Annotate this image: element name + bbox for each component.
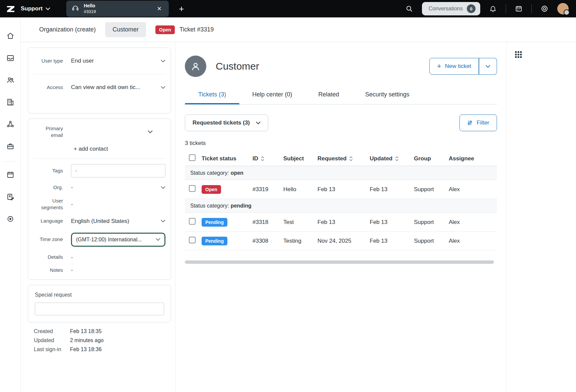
breadcrumb-ticket[interactable]: Open Ticket #3319 bbox=[155, 25, 214, 34]
contact-info-card: Primary email + add contact Tags - Org. … bbox=[28, 119, 171, 280]
home-icon[interactable] bbox=[3, 28, 18, 44]
user-type-select[interactable]: End user bbox=[71, 58, 165, 64]
ticket-tab-text: Hello #3319 bbox=[84, 3, 96, 14]
user-type-label: User type bbox=[33, 58, 71, 64]
updated-value: 2 minutes ago bbox=[70, 337, 104, 343]
reporting-icon[interactable] bbox=[3, 116, 18, 132]
notes-label: Notes bbox=[33, 267, 71, 273]
filter-icon bbox=[467, 120, 473, 126]
cell-subject: Testing bbox=[283, 238, 317, 244]
row-checkbox[interactable] bbox=[189, 218, 196, 225]
cell-updated: Feb 13 bbox=[370, 219, 414, 226]
filter-button[interactable]: Filter bbox=[459, 114, 497, 131]
access-select[interactable]: Can view and edit own tic... bbox=[71, 84, 165, 91]
notifications-bell-icon[interactable] bbox=[487, 3, 499, 15]
horizontal-scrollbar[interactable] bbox=[185, 260, 494, 264]
product-switcher[interactable]: Support bbox=[21, 5, 50, 12]
ticket-status-badge: Open bbox=[155, 25, 175, 34]
org-value: - bbox=[71, 184, 73, 191]
user-avatar[interactable] bbox=[557, 3, 569, 14]
ticket-tab-title: Hello bbox=[84, 3, 96, 9]
headset-icon bbox=[72, 4, 79, 13]
cell-group: Support bbox=[414, 238, 449, 244]
tab-help-center[interactable]: Help center (0) bbox=[252, 91, 292, 104]
search-icon[interactable] bbox=[403, 3, 415, 15]
customer-header: Customer + New ticket bbox=[185, 56, 497, 77]
breadcrumb-customer[interactable]: Customer bbox=[105, 22, 146, 37]
tags-row: Tags - bbox=[28, 162, 171, 179]
left-nav-rail bbox=[0, 17, 21, 392]
cell-id: #3308 bbox=[253, 238, 283, 244]
timezone-label: Time zone bbox=[33, 236, 71, 243]
new-ticket-split-button: + New ticket bbox=[429, 58, 497, 75]
admin-icon[interactable] bbox=[3, 139, 18, 154]
language-select[interactable]: English (United States) bbox=[71, 218, 165, 225]
timezone-select[interactable]: (GMT-12:00) International... bbox=[71, 233, 165, 247]
calendar-icon[interactable] bbox=[513, 3, 525, 15]
special-request-input[interactable] bbox=[35, 303, 164, 315]
chevron-down-icon bbox=[256, 122, 261, 125]
row-checkbox[interactable] bbox=[189, 237, 196, 243]
tab-related[interactable]: Related bbox=[318, 91, 339, 104]
document-pen-icon[interactable] bbox=[3, 189, 18, 205]
customer-avatar bbox=[185, 56, 206, 77]
cell-id: #3319 bbox=[253, 186, 283, 193]
chevron-down-icon bbox=[161, 86, 165, 89]
top-bar: Support Hello #3319 × + Conversations 0 bbox=[0, 0, 576, 17]
cell-updated: Feb 13 bbox=[370, 238, 414, 244]
timezone-row: Time zone (GMT-12:00) International... bbox=[28, 229, 171, 250]
row-checkbox[interactable] bbox=[189, 185, 196, 192]
schedule-calendar-icon[interactable] bbox=[3, 167, 18, 182]
customers-icon[interactable] bbox=[3, 72, 18, 88]
zendesk-support-window: Support Hello #3319 × + Conversations 0 bbox=[0, 0, 576, 392]
products-ring-icon[interactable] bbox=[538, 3, 551, 15]
org-row: Org. - bbox=[28, 179, 171, 195]
language-value: English (United States) bbox=[71, 218, 129, 225]
sort-icon bbox=[349, 156, 353, 161]
conversations-button[interactable]: Conversations 0 bbox=[422, 2, 480, 15]
topbar-divider bbox=[531, 4, 532, 13]
status-badge: Pending bbox=[202, 218, 227, 227]
user-segments-row: User segments - bbox=[28, 195, 171, 213]
apps-grid-icon[interactable] bbox=[515, 51, 522, 60]
new-ticket-caret-button[interactable] bbox=[479, 58, 497, 75]
status-group-category: pending bbox=[231, 203, 251, 209]
ticket-row[interactable]: Pending #3308 Testing Nov 24, 2025 Feb 1… bbox=[185, 232, 497, 250]
col-header-group: Group bbox=[414, 155, 449, 162]
add-tab-icon[interactable]: + bbox=[175, 4, 187, 14]
new-ticket-button[interactable]: + New ticket bbox=[429, 58, 479, 75]
tab-security-settings[interactable]: Security settings bbox=[365, 91, 409, 104]
select-all-checkbox[interactable] bbox=[189, 154, 196, 161]
breadcrumb-organization[interactable]: Organization (create) bbox=[39, 26, 96, 33]
status-group-prefix: Status category: bbox=[190, 203, 229, 209]
tags-value: - bbox=[75, 168, 77, 174]
col-header-id[interactable]: ID bbox=[253, 155, 283, 162]
organizations-icon[interactable] bbox=[3, 94, 18, 110]
ticket-row[interactable]: Open #3319 Hello Feb 13 Feb 13 Support A… bbox=[185, 180, 497, 199]
views-icon[interactable] bbox=[3, 50, 18, 66]
col-header-updated[interactable]: Updated bbox=[370, 155, 414, 162]
add-contact-link[interactable]: + add contact bbox=[74, 145, 171, 158]
notes-value: - bbox=[71, 267, 165, 273]
card-divider bbox=[33, 158, 166, 159]
cell-updated: Feb 13 bbox=[370, 186, 414, 193]
ticket-row[interactable]: Pending #3318 Test Feb 13 Feb 13 Support… bbox=[185, 213, 497, 232]
chevron-down-icon bbox=[148, 130, 153, 134]
updated-row: Updated 2 minutes ago bbox=[34, 337, 171, 343]
close-tab-icon[interactable]: × bbox=[155, 4, 163, 13]
primary-email-row[interactable]: Primary email bbox=[28, 119, 171, 145]
org-label: Org. bbox=[33, 184, 71, 191]
created-label: Created bbox=[34, 328, 70, 334]
org-select[interactable]: - bbox=[71, 184, 165, 191]
cell-id: #3318 bbox=[253, 219, 283, 226]
user-type-row: User type End user bbox=[28, 48, 171, 74]
requested-tickets-dropdown[interactable]: Requested tickets (3) bbox=[185, 114, 268, 131]
ticket-tab[interactable]: Hello #3319 × bbox=[66, 1, 169, 17]
top-bar-actions: Conversations 0 bbox=[403, 2, 576, 15]
col-header-requested[interactable]: Requested bbox=[317, 155, 370, 162]
tags-input[interactable]: - bbox=[71, 164, 165, 177]
user-details-panel: User type End user Access Can view and e… bbox=[28, 48, 171, 356]
explore-icon[interactable] bbox=[3, 211, 18, 227]
timezone-value: (GMT-12:00) International... bbox=[76, 237, 142, 243]
tab-tickets[interactable]: Tickets (3) bbox=[198, 91, 226, 104]
